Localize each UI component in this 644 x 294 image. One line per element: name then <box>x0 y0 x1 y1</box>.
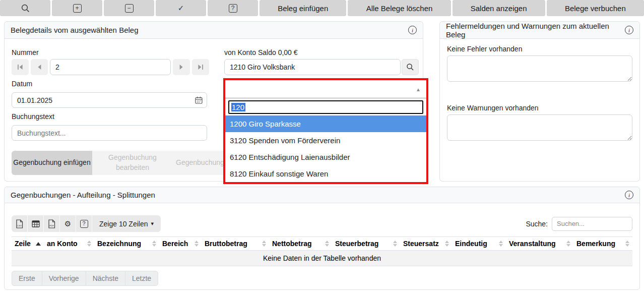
table-settings-button[interactable]: ⚙ <box>60 215 76 232</box>
sort-icon <box>87 241 91 247</box>
previous-icon <box>36 64 42 70</box>
main-toolbar: + − ✓ ? Beleg einfügen Alle Belege lösch… <box>0 0 644 16</box>
belegdetails-header: Belegdetails vom ausgewählten Beleg i <box>5 22 423 39</box>
table-export-button-group: CSV PDF ⚙ <box>12 215 161 232</box>
csv-file-icon: CSV <box>16 219 23 228</box>
gear-icon: ⚙ <box>65 220 71 227</box>
table-search-input[interactable] <box>552 217 632 231</box>
pagination-last-button[interactable]: Letzte <box>125 271 158 286</box>
konto-dropdown-collapsed-select[interactable]: ▲ <box>225 80 426 98</box>
svg-text:CSV: CSV <box>17 224 22 227</box>
pdf-file-icon: PDF <box>48 219 55 228</box>
sort-icon <box>625 241 629 247</box>
table-help-button[interactable]: ? <box>76 215 92 232</box>
gegenbuchung-bearbeiten-button: Gegenbuchung bearbeiten <box>92 151 173 175</box>
next-beleg-button[interactable] <box>173 59 190 75</box>
pagination-first-button[interactable]: Erste <box>12 271 42 286</box>
konto-option-3120[interactable]: 3120 Spenden vom Förderverein <box>225 132 426 149</box>
table-view-button[interactable] <box>28 215 44 232</box>
sort-icon <box>499 241 503 247</box>
table-toolbar: CSV PDF ⚙ <box>12 215 632 232</box>
last-beleg-button[interactable] <box>192 59 209 75</box>
table-header-row: Zeile an Konto Bezeichnung Bereich Brutt… <box>12 237 632 251</box>
minus-box-icon: − <box>125 4 134 13</box>
belegdetails-title: Belegdetails vom ausgewählten Beleg <box>11 26 139 34</box>
beleg-einfuegen-button[interactable]: Beleg einfügen <box>260 0 346 16</box>
sort-icon <box>393 241 397 247</box>
column-header-bezeichnung[interactable]: Bezeichnung <box>94 237 159 251</box>
column-header-an-konto[interactable]: an Konto <box>44 237 94 251</box>
column-header-steuerbetrag[interactable]: Steuerbetrag <box>332 237 400 251</box>
column-header-bruttobetrag[interactable]: Bruttobetrag <box>202 237 269 251</box>
konto-saldo-label: von Konto Saldo 0,00 € <box>224 48 419 56</box>
konto-option-list: 1200 Giro Sparkasse 3120 Spenden vom För… <box>225 115 426 182</box>
app-root: + − ✓ ? Beleg einfügen Alle Belege lösch… <box>0 0 644 294</box>
errors-textarea[interactable] <box>447 55 632 82</box>
sort-icon <box>262 241 266 247</box>
table-search-label: Suche: <box>526 220 548 228</box>
sort-asc-icon <box>36 242 41 246</box>
konto-search-button[interactable] <box>402 59 419 75</box>
caret-up-icon: ▲ <box>416 86 421 92</box>
salden-anzeigen-button[interactable]: Salden anzeigen <box>453 0 545 16</box>
table-empty-row: Keine Daten in der Tabelle vorhanden <box>12 251 632 266</box>
last-icon <box>198 64 204 70</box>
search-toolbar-button[interactable] <box>0 0 50 16</box>
empty-table-message: Keine Daten in der Tabelle vorhanden <box>12 251 632 266</box>
column-header-nettobetrag[interactable]: Nettobetrag <box>269 237 332 251</box>
konto-option-1200[interactable]: 1200 Giro Sparkasse <box>225 115 426 132</box>
konto-option-8120[interactable]: 8120 Einkauf sonstige Waren <box>225 165 426 182</box>
sort-icon <box>195 241 199 247</box>
help-toolbar-button[interactable]: ? <box>208 0 258 16</box>
svg-text:PDF: PDF <box>49 224 54 226</box>
gegenbuchung-einfuegen-button[interactable]: Gegenbuchung einfügen <box>12 151 92 175</box>
konto-option-6120[interactable]: 6120 Entschädigung Laienausbilder <box>225 149 426 165</box>
previous-beleg-button[interactable] <box>31 59 48 75</box>
sort-icon <box>152 241 156 247</box>
gegenbuchungen-header: Gegenbuchungen - Aufteilung - Splittunge… <box>5 187 639 203</box>
beleg-number-input[interactable] <box>50 59 171 75</box>
info-icon[interactable]: i <box>408 26 417 34</box>
column-header-eindeutig[interactable]: Eindeutig <box>452 237 506 251</box>
caret-down-icon: ▾ <box>151 220 154 227</box>
table-pagination: Erste Vorherige Nächste Letzte <box>12 271 632 286</box>
warnings-textarea[interactable] <box>447 114 632 141</box>
search-icon <box>21 4 30 13</box>
first-icon <box>17 64 23 70</box>
next-icon <box>178 64 184 70</box>
plus-box-icon: + <box>73 4 82 13</box>
konto-dropdown-filter-input[interactable]: 120 <box>228 100 423 114</box>
no-warnings-label: Keine Warnungen vorhanden <box>447 104 632 112</box>
gegenbuchungen-table: Zeile an Konto Bezeichnung Bereich Brutt… <box>12 237 632 266</box>
pagination-next-button[interactable]: Nächste <box>86 271 125 286</box>
nummer-label: Nummer <box>12 48 210 56</box>
column-header-veranstaltung[interactable]: Veranstaltung <box>506 237 573 251</box>
sort-icon <box>566 241 570 247</box>
column-header-bereich[interactable]: Bereich <box>159 237 202 251</box>
column-header-steuersatz[interactable]: Steuersatz <box>400 237 452 251</box>
datum-input[interactable] <box>12 92 207 108</box>
column-header-zeile[interactable]: Zeile <box>12 237 44 251</box>
calendar-icon[interactable] <box>195 96 203 104</box>
filter-selected-text: 120 <box>231 103 245 111</box>
export-csv-button[interactable]: CSV <box>12 215 28 232</box>
export-pdf-button[interactable]: PDF <box>44 215 60 232</box>
konto-input[interactable] <box>224 59 401 75</box>
column-header-bemerkung[interactable]: Bemerkung <box>573 237 632 251</box>
alle-belege-loeschen-button[interactable]: Alle Belege löschen <box>348 0 450 16</box>
belege-verbuchen-button[interactable]: Belege verbuchen <box>547 0 644 16</box>
first-beleg-button[interactable] <box>12 59 29 75</box>
info-icon[interactable]: i <box>625 26 633 34</box>
check-toolbar-button[interactable]: ✓ <box>156 0 206 16</box>
remove-beleg-toolbar-button[interactable]: − <box>104 0 154 16</box>
messages-title: Fehlermeldungen und Warnungen zum aktuel… <box>446 22 625 39</box>
rows-per-page-dropdown[interactable]: Zeige 10 Zeilen ▾ <box>92 215 161 232</box>
sort-icon <box>445 241 449 247</box>
beleg-number-navigator <box>12 59 210 75</box>
info-icon[interactable]: i <box>625 191 633 199</box>
rows-per-page-label: Zeige 10 Zeilen <box>99 220 148 228</box>
buchungstext-input[interactable] <box>12 125 207 141</box>
add-beleg-toolbar-button[interactable]: + <box>52 0 102 16</box>
pagination-previous-button[interactable]: Vorherige <box>42 271 86 286</box>
messages-panel: Fehlermeldungen und Warnungen zum aktuel… <box>439 21 640 182</box>
